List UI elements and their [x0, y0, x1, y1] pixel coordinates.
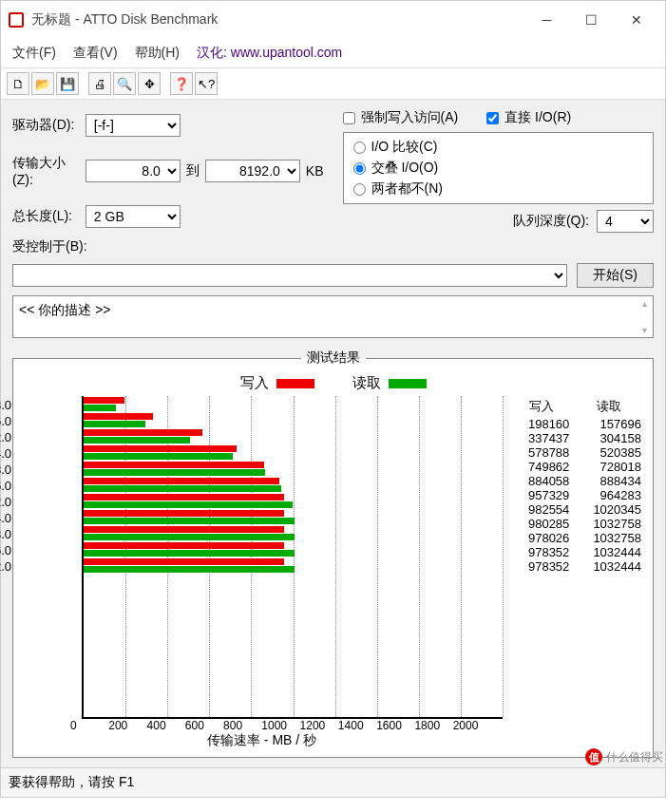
- queue-depth-select[interactable]: 4: [597, 210, 654, 233]
- menubar: 文件(F) 查看(V) 帮助(H) 汉化: www.upantool.com: [1, 39, 665, 67]
- transfer-size-label: 传输大小(Z):: [12, 155, 76, 187]
- close-button[interactable]: ✕: [615, 7, 657, 33]
- legend-write: 写入: [240, 374, 314, 392]
- bar-row: [84, 509, 503, 525]
- controlled-by-label: 受控制于(B):: [12, 238, 87, 254]
- start-button[interactable]: 开始(S): [577, 263, 654, 288]
- results-group: 测试结果 写入 读取 02004006008001000120014001600…: [12, 349, 654, 758]
- kb-label: KB: [306, 163, 324, 179]
- save-icon[interactable]: 💾: [56, 72, 79, 95]
- open-icon[interactable]: 📂: [31, 72, 54, 95]
- chart-plot-area: [82, 396, 503, 719]
- cursor-help-icon[interactable]: ↖?: [195, 72, 218, 95]
- new-icon[interactable]: 🗋: [7, 72, 29, 95]
- bar-row: [84, 396, 503, 412]
- toolbar: 🗋 📂 💾 🖨 🔍 ✥ ❓ ↖?: [1, 67, 665, 100]
- bar-row: [84, 428, 503, 444]
- transfer-to-select[interactable]: 8192.0: [205, 160, 300, 182]
- help-icon[interactable]: ❓: [170, 72, 193, 95]
- maximize-button[interactable]: ☐: [570, 7, 613, 33]
- watermark-icon: 值: [585, 748, 602, 765]
- x-axis-label: 传输速率 - MB / 秒: [21, 732, 503, 749]
- transfer-from-select[interactable]: 8.0: [86, 160, 181, 182]
- results-table: 写入读取 19816015769633743730415857878852038…: [510, 396, 645, 574]
- preview-icon[interactable]: 🔍: [113, 72, 136, 95]
- length-label: 总长度(L):: [12, 208, 76, 225]
- app-icon: [9, 12, 24, 28]
- bar-row: [84, 412, 503, 428]
- bar-row: [84, 461, 503, 477]
- drive-select[interactable]: [-f-]: [86, 114, 181, 137]
- bar-row: [84, 477, 503, 493]
- bar-row: [84, 525, 503, 541]
- length-select[interactable]: 2 GB: [86, 205, 181, 228]
- bar-row: [84, 541, 503, 557]
- controlled-by-select[interactable]: [12, 264, 567, 287]
- scroll-arrows[interactable]: ▴▾: [636, 296, 653, 337]
- force-write-checkbox[interactable]: 强制写入访问(A): [343, 109, 459, 126]
- to-label: 到: [186, 162, 200, 179]
- overlapped-io-radio[interactable]: 交叠 I/O(O): [353, 160, 644, 177]
- drive-label: 驱动器(D):: [12, 117, 76, 134]
- window-title: 无标题 - ATTO Disk Benchmark: [31, 11, 525, 28]
- queue-depth-label: 队列深度(Q):: [513, 213, 589, 230]
- titlebar: 无标题 - ATTO Disk Benchmark ─ ☐ ✕: [1, 1, 665, 39]
- io-mode-group: I/O 比较(C) 交叠 I/O(O) 两者都不(N): [343, 132, 655, 204]
- print-icon[interactable]: 🖨: [88, 72, 111, 95]
- localized-url[interactable]: www.upantool.com: [231, 45, 343, 60]
- neither-radio[interactable]: 两者都不(N): [353, 180, 644, 198]
- menu-help[interactable]: 帮助(H): [135, 45, 180, 62]
- bar-row: [84, 444, 503, 461]
- description-field[interactable]: << 你的描述 >> ▴▾: [12, 295, 654, 338]
- bar-row: [84, 493, 503, 509]
- watermark: 值 什么值得买: [585, 748, 663, 765]
- minimize-button[interactable]: ─: [525, 7, 568, 33]
- results-title: 测试结果: [301, 349, 366, 367]
- window: 无标题 - ATTO Disk Benchmark ─ ☐ ✕ 文件(F) 查看…: [0, 0, 666, 798]
- menu-file[interactable]: 文件(F): [12, 45, 56, 62]
- bar-row: [84, 557, 503, 574]
- move-icon[interactable]: ✥: [138, 72, 161, 95]
- legend-read: 读取: [352, 374, 427, 392]
- io-compare-radio[interactable]: I/O 比较(C): [353, 139, 644, 156]
- menu-localized: 汉化: www.upantool.com: [197, 45, 342, 62]
- direct-io-checkbox[interactable]: 直接 I/O(R): [486, 109, 571, 126]
- menu-view[interactable]: 查看(V): [73, 45, 118, 62]
- statusbar: 要获得帮助，请按 F1: [1, 767, 665, 797]
